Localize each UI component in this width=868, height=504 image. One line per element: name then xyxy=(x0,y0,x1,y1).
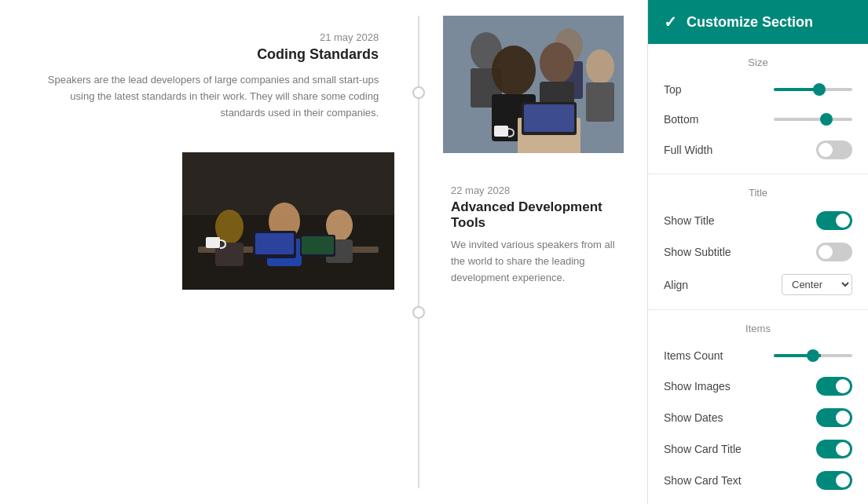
show-images-label: Show Images xyxy=(664,380,731,393)
show-dates-label: Show Dates xyxy=(664,411,723,424)
svg-point-21 xyxy=(540,42,574,83)
top-label: Top xyxy=(664,83,682,96)
align-label: Align xyxy=(664,279,688,291)
show-title-control-row: Show Title xyxy=(648,205,868,236)
show-dates-toggle[interactable] xyxy=(816,408,852,427)
svg-point-23 xyxy=(586,49,614,84)
show-images-control-row: Show Images xyxy=(648,371,868,402)
toggle-slider xyxy=(816,471,852,490)
top-slider[interactable] xyxy=(774,88,852,91)
sidebar-title: Customize Section xyxy=(687,14,813,31)
bottom-label: Bottom xyxy=(664,113,698,126)
sidebar-header: ✓ Customize Section xyxy=(648,0,868,44)
main-content: 21 may 2028 Coding Standards Speakers ar… xyxy=(0,0,647,504)
top-control-row: Top xyxy=(648,75,868,104)
svg-rect-27 xyxy=(524,104,574,132)
bottom-control-row: Bottom xyxy=(648,104,868,134)
timeline-divider xyxy=(418,16,419,488)
card-title: Advanced Development Tools xyxy=(451,199,624,231)
items-count-slider[interactable] xyxy=(774,354,852,357)
list-item: 22 may 2028 Advanced Development Tools W… xyxy=(443,184,624,286)
svg-rect-13 xyxy=(206,237,220,248)
card-description: Speakers are the lead developers of larg… xyxy=(24,72,379,121)
title-section-label: Title xyxy=(648,182,868,205)
card-date: 21 may 2028 xyxy=(24,31,379,43)
timeline-left: 21 may 2028 Coding Standards Speakers ar… xyxy=(24,16,418,488)
full-width-label: Full Width xyxy=(664,144,712,156)
show-card-title-label: Show Card Title xyxy=(664,443,742,455)
toggle-slider xyxy=(816,408,852,427)
show-card-title-toggle[interactable] xyxy=(816,440,852,458)
show-card-text-toggle[interactable] xyxy=(816,471,852,490)
show-card-text-label: Show Card Text xyxy=(664,474,742,487)
show-card-title-control-row: Show Card Title xyxy=(648,433,868,465)
full-width-control-row: Full Width xyxy=(648,134,868,166)
timeline-right: 22 may 2028 Advanced Development Tools W… xyxy=(419,16,624,488)
svg-rect-24 xyxy=(586,82,614,122)
card-image xyxy=(443,16,624,153)
show-card-text-control-row: Show Card Text xyxy=(648,465,868,496)
svg-rect-28 xyxy=(494,126,508,137)
show-subtitle-toggle[interactable] xyxy=(816,243,852,261)
align-control-row: Align Left Center Right xyxy=(648,268,868,301)
toggle-slider xyxy=(816,211,852,230)
toggle-slider xyxy=(816,440,852,458)
align-dropdown[interactable]: Left Center Right xyxy=(782,274,852,295)
items-section: Items Items Count Show Images Show Dates… xyxy=(648,310,868,504)
svg-rect-10 xyxy=(255,233,294,254)
show-title-toggle[interactable] xyxy=(816,211,852,230)
show-title-label: Show Title xyxy=(664,214,715,227)
items-section-label: Items xyxy=(648,318,868,341)
card-description: We invited various speakers from all the… xyxy=(451,237,624,286)
toggle-slider xyxy=(816,243,852,261)
bottom-slider[interactable] xyxy=(774,118,852,121)
card-date: 22 may 2028 xyxy=(451,184,624,196)
toggle-slider xyxy=(816,141,852,159)
checkmark-icon: ✓ xyxy=(664,13,677,31)
svg-rect-12 xyxy=(302,236,334,254)
show-subtitle-control-row: Show Subtitle xyxy=(648,236,868,268)
list-item xyxy=(24,152,394,290)
svg-point-19 xyxy=(492,46,536,96)
size-section-label: Size xyxy=(648,52,868,75)
card-title: Coding Standards xyxy=(24,46,379,63)
toggle-slider xyxy=(816,377,852,396)
show-images-toggle[interactable] xyxy=(816,377,852,396)
show-dates-control-row: Show Dates xyxy=(648,402,868,433)
items-count-control-row: Items Count xyxy=(648,341,868,371)
card-image xyxy=(182,152,394,290)
list-item xyxy=(443,16,624,153)
items-count-label: Items Count xyxy=(664,349,723,362)
full-width-toggle[interactable] xyxy=(816,141,852,159)
list-item: 21 may 2028 Coding Standards Speakers ar… xyxy=(24,31,394,121)
title-section: Title Show Title Show Subtitle Align Lef… xyxy=(648,174,868,310)
sidebar: ✓ Customize Section Size Top Bottom Full… xyxy=(647,0,868,504)
size-section: Size Top Bottom Full Width xyxy=(648,44,868,174)
show-subtitle-label: Show Subtitle xyxy=(664,246,731,258)
timeline-container: 21 may 2028 Coding Standards Speakers ar… xyxy=(24,16,624,488)
